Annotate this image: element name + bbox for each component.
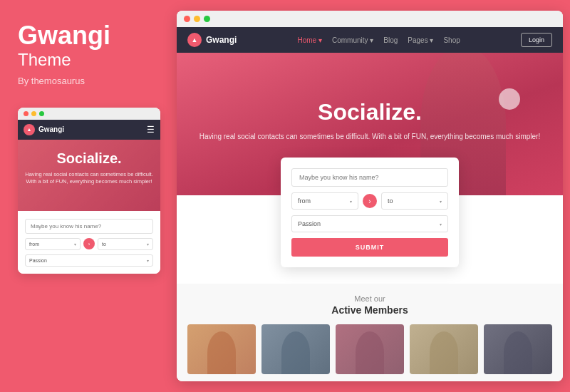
mobile-age-range-row: from ▾ › to ▾: [25, 238, 153, 250]
desktop-dot-red: [184, 16, 190, 22]
nav-link-home[interactable]: Home ▾: [297, 36, 321, 44]
member-face-3: [356, 331, 384, 374]
right-panel: Gwangi Home ▾ Community ▾ Blog Pages ▾ S…: [177, 11, 563, 381]
member-card-3[interactable]: [336, 324, 404, 374]
mobile-to-select[interactable]: to ▾: [98, 238, 153, 250]
member-face-2: [281, 331, 310, 374]
mobile-hero: Socialize. Having real social contacts c…: [18, 140, 160, 211]
member-face-1: [207, 331, 236, 374]
left-panel: Gwangi Theme By themosaurus Gwangi ☰ Soc…: [0, 0, 171, 392]
member-card-1[interactable]: [187, 324, 256, 374]
member-face-5: [504, 331, 532, 374]
desktop-nav-links: Home ▾ Community ▾ Blog Pages ▾ Shop: [297, 36, 460, 44]
desktop-logo-icon: [187, 33, 202, 47]
members-grid: [187, 324, 552, 374]
mobile-hero-content: Socialize. Having real social contacts c…: [25, 150, 153, 186]
chevron-down-icon: ▾: [440, 199, 442, 204]
member-card-5[interactable]: [484, 324, 552, 374]
desktop-dot-yellow: [194, 16, 200, 22]
chevron-down-icon: ▾: [147, 242, 149, 247]
mobile-logo-icon: [24, 124, 35, 135]
brand-by: By themosaurus: [18, 76, 153, 86]
mobile-navbar: Gwangi ☰: [18, 120, 160, 140]
member-face-4: [430, 331, 458, 374]
mobile-from-select[interactable]: from ▾: [25, 238, 81, 250]
desktop-to-select[interactable]: to ▾: [381, 192, 448, 210]
desktop-age-range-row: from ▾ › to ▾: [291, 192, 448, 210]
members-title: Active Members: [187, 304, 552, 316]
members-label: Meet our: [187, 294, 552, 303]
chevron-down-icon: ▾: [147, 258, 149, 263]
mobile-preview: Gwangi ☰ Socialize. Having real social c…: [18, 108, 160, 274]
mobile-passion-row: Passion ▾: [25, 254, 153, 267]
desktop-logo-text: Gwangi: [206, 35, 237, 45]
desktop-passion-select[interactable]: Passion ▾: [291, 215, 448, 232]
hamburger-icon[interactable]: ☰: [147, 125, 155, 135]
brand-subtitle: Theme: [18, 50, 153, 70]
login-button[interactable]: Login: [521, 33, 552, 47]
nav-link-pages[interactable]: Pages ▾: [408, 36, 433, 44]
desktop-navbar: Gwangi Home ▾ Community ▾ Blog Pages ▾ S…: [177, 27, 563, 53]
desktop-search-input[interactable]: [291, 168, 448, 187]
mobile-logo-text: Gwangi: [38, 125, 64, 133]
mobile-dot-red: [24, 111, 28, 116]
mobile-dot-yellow: [31, 111, 36, 116]
desktop-hero-title: Socialize.: [200, 99, 540, 125]
desktop-form-card: from ▾ › to ▾ Passion ▾ SUBMIT: [281, 158, 459, 267]
desktop-arrow-button[interactable]: ›: [363, 194, 377, 208]
nav-link-blog[interactable]: Blog: [383, 36, 398, 44]
mobile-search-input[interactable]: [25, 219, 153, 234]
mobile-arrow-button[interactable]: ›: [83, 238, 95, 249]
desktop-submit-button[interactable]: SUBMIT: [291, 238, 448, 257]
desktop-window-dots: [177, 11, 563, 27]
chevron-down-icon: ▾: [440, 222, 442, 227]
desktop-from-select[interactable]: from ▾: [291, 192, 358, 210]
chevron-down-icon: ▾: [350, 199, 352, 204]
member-card-4[interactable]: [410, 324, 478, 374]
mobile-window-dots: [18, 108, 160, 120]
members-content: Meet our Active Members: [177, 284, 563, 381]
desktop-hero-text: Having real social contacts can sometime…: [200, 131, 540, 143]
mobile-form-area: from ▾ › to ▾ Passion ▾: [18, 211, 160, 274]
desktop-hero-content: Socialize. Having real social contacts c…: [200, 99, 540, 150]
mobile-hero-title: Socialize.: [25, 150, 153, 167]
brand-title: Gwangi: [18, 21, 153, 50]
desktop-dot-green: [204, 16, 210, 22]
chevron-down-icon: ▾: [74, 242, 76, 247]
mobile-hero-text: Having real social contacts can sometime…: [25, 171, 153, 186]
members-section: Meet our Active Members: [177, 284, 563, 381]
member-card-2[interactable]: [261, 324, 330, 374]
mobile-logo-area: Gwangi: [24, 124, 64, 135]
nav-link-shop[interactable]: Shop: [443, 36, 460, 44]
nav-link-community[interactable]: Community ▾: [332, 36, 373, 44]
mobile-passion-select[interactable]: Passion ▾: [25, 254, 153, 267]
desktop-logo-area: Gwangi: [187, 33, 237, 47]
mobile-dot-green: [39, 111, 44, 116]
